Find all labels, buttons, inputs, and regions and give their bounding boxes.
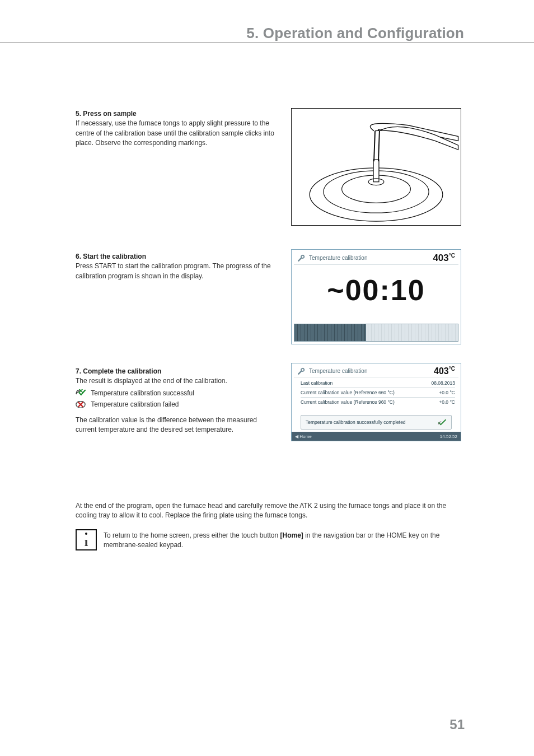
step7-success-row: Temperature calibration successful: [76, 389, 274, 398]
info-text-bold: [Home]: [280, 531, 303, 539]
step7-heading: 7. Complete the calibration: [76, 367, 274, 376]
progress-unit: °C: [449, 253, 455, 259]
result-clock: 14:52:52: [440, 434, 457, 439]
info-icon: ı: [76, 529, 97, 550]
step7-line2: The calibration value is the difference …: [76, 416, 274, 435]
table-row: Last calibration 08.08.2013: [301, 379, 455, 387]
result-r1-label: Last calibration: [301, 380, 332, 386]
header-rule: [0, 42, 534, 43]
step7-block: 7. Complete the calibration The result i…: [76, 367, 274, 435]
result-r1-value: 08.08.2013: [431, 380, 455, 386]
result-message: Temperature calibration successfully com…: [306, 419, 406, 425]
step6-block: 6. Start the calibration Press START to …: [76, 252, 274, 281]
figure-result-screen: Temperature calibration 403°C Last calib…: [291, 363, 461, 441]
result-header: Temperature calibration 403°C: [294, 365, 458, 377]
page-number: 51: [449, 717, 465, 732]
result-rows: Last calibration 08.08.2013 Current cali…: [301, 379, 455, 406]
step5-block: 5. Press on sample If necessary, use the…: [76, 109, 274, 148]
chapter-title: 5. Operation and Configuration: [246, 25, 464, 42]
result-r2-value: +0.0 °C: [439, 390, 455, 395]
result-unit: °C: [449, 366, 455, 372]
result-device: 403: [434, 366, 449, 376]
table-row: Current calibration value (Reference 960…: [301, 398, 455, 406]
progress-header: Temperature calibration 403°C: [294, 251, 458, 265]
result-footer: ◀ Home 14:52:52: [292, 432, 461, 441]
step7-failed-label: Temperature calibration failed: [91, 400, 179, 408]
result-title: Temperature calibration: [309, 368, 368, 374]
wrench-icon: [297, 367, 305, 375]
progress-bar: [294, 324, 458, 342]
figure-progress-screen: Temperature calibration 403°C ~00:10: [291, 249, 461, 344]
step6-heading: 6. Start the calibration: [76, 252, 274, 262]
step7-failed-row: Temperature calibration failed: [76, 400, 274, 409]
result-r3-value: +0.0 °C: [439, 399, 455, 405]
wrench-icon: [297, 254, 305, 262]
result-message-box: Temperature calibration successfully com…: [301, 415, 452, 430]
figure-press-sample: [291, 108, 461, 226]
info-text: To return to the home screen, press eith…: [104, 531, 462, 550]
cross-icon: [76, 401, 86, 408]
home-button[interactable]: ◀ Home: [295, 434, 312, 439]
step7-line1: The result is displayed at the end of th…: [76, 376, 274, 386]
bottom-paragraph: At the end of the program, open the furn…: [76, 501, 462, 521]
progress-title: Temperature calibration: [309, 255, 368, 261]
result-r3-label: Current calibration value (Reference 960…: [301, 399, 395, 405]
progress-time: ~00:10: [292, 273, 461, 307]
check-icon: [76, 389, 86, 396]
step6-body: Press START to start the calibration pro…: [76, 262, 274, 281]
step5-body: If necessary, use the furnace tongs to a…: [76, 119, 274, 148]
step7-success-label: Temperature calibration successful: [91, 389, 194, 397]
step5-heading: 5. Press on sample: [76, 109, 274, 119]
check-icon: [438, 419, 447, 426]
result-r2-label: Current calibration value (Reference 660…: [301, 390, 395, 395]
info-text-pre: To return to the home screen, press eith…: [104, 531, 280, 539]
home-button-label: Home: [299, 434, 311, 439]
progress-device: 403: [433, 253, 448, 263]
table-row: Current calibration value (Reference 660…: [301, 389, 455, 396]
